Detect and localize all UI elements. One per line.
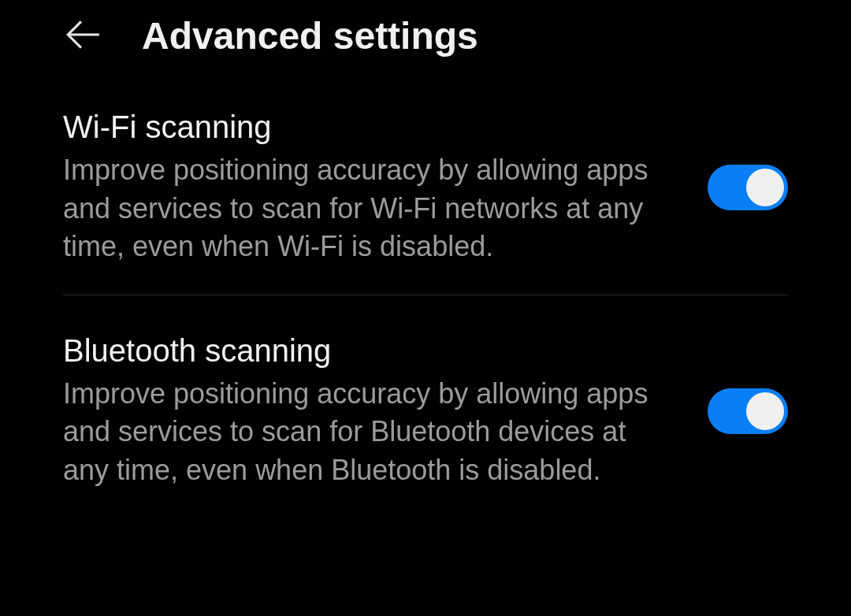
toggle-knob xyxy=(746,169,784,206)
setting-description: Improve positioning accuracy by allowing… xyxy=(63,375,676,490)
arrow-left-icon xyxy=(63,15,102,58)
setting-row-bluetooth-scanning[interactable]: Bluetooth scanning Improve positioning a… xyxy=(63,295,788,518)
back-button[interactable] xyxy=(63,15,102,58)
settings-list: Wi-Fi scanning Improve positioning accur… xyxy=(0,72,851,518)
setting-text: Wi-Fi scanning Improve positioning accur… xyxy=(63,109,676,266)
setting-description: Improve positioning accuracy by allowing… xyxy=(63,151,676,266)
setting-row-wifi-scanning[interactable]: Wi-Fi scanning Improve positioning accur… xyxy=(63,72,788,295)
toggle-knob xyxy=(746,392,784,430)
page-title: Advanced settings xyxy=(142,14,478,58)
header: Advanced settings xyxy=(0,0,851,72)
bluetooth-scanning-toggle[interactable] xyxy=(708,388,788,434)
setting-text: Bluetooth scanning Improve positioning a… xyxy=(63,333,676,490)
setting-title: Wi-Fi scanning xyxy=(63,109,676,145)
wifi-scanning-toggle[interactable] xyxy=(708,165,788,210)
setting-title: Bluetooth scanning xyxy=(63,333,676,369)
